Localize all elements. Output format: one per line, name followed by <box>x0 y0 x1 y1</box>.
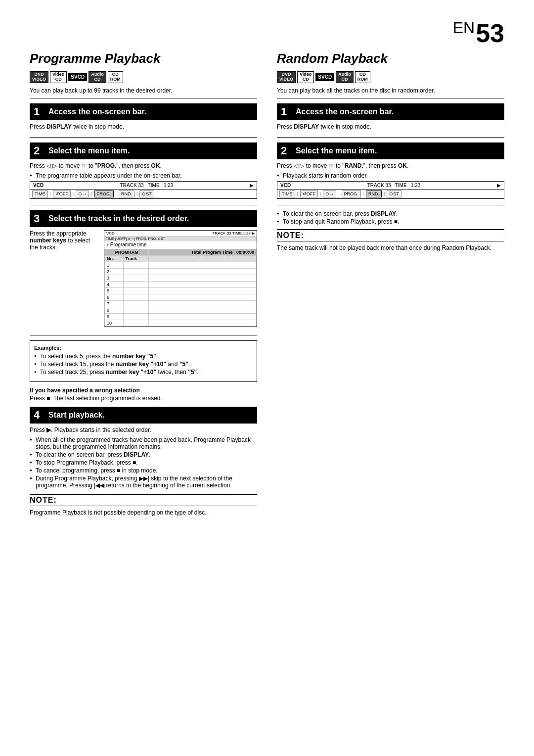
programme-note-title: NOTE: <box>30 494 257 506</box>
step-title-2: Select the menu item. <box>48 146 130 155</box>
random-step-1-header: 1 Access the on-screen bar. <box>277 103 504 120</box>
badge-svcd-r: SVCD <box>315 73 334 81</box>
random-after-bullet-1: To clear the on-screen bar, press DISPLA… <box>277 210 504 217</box>
random-after-bullets: To clear the on-screen bar, press DISPLA… <box>277 210 504 225</box>
random-vcd-rnd-btn: RND. <box>366 190 382 197</box>
step-3-text: Press the appropriate number keys to sel… <box>30 230 99 327</box>
programme-vcd-display: VCD TRACK 33 TIME 1:23 ▶ TIME | ↺OFF | ⊙… <box>30 181 257 199</box>
random-vcd-label: VCD <box>280 183 291 188</box>
random-playback-section: Random Playback DVDVIDEO VideoCD SVCD Au… <box>277 51 504 516</box>
random-vcd-st-btn: ⊙ST <box>387 190 401 197</box>
step-4-bullet-3: To stop Programme Playback, press ■. <box>30 459 257 466</box>
vcd-mini-top: VCD TRACK 33 TIME 1:23 ▶ <box>104 231 257 236</box>
random-playback-title: Random Playback <box>277 51 504 66</box>
wrong-selection-text: Press ■. The last selection programmed i… <box>30 395 257 402</box>
random-step-title-2: Select the menu item. <box>296 146 377 155</box>
step-3-layout: Press the appropriate number keys to sel… <box>30 230 257 327</box>
step-4-bullet-2: To clear the on-screen bar, press DISPLA… <box>30 451 257 458</box>
step-title-3: Select the tracks in the desired order. <box>48 214 189 223</box>
random-step-2: 2 Select the menu item. Press ◁ ▷ to mov… <box>277 142 504 205</box>
page-number: EN53 <box>30 20 504 46</box>
step-number-4: 4 <box>34 409 44 422</box>
example-1: To select track 5, press the number key … <box>34 353 253 360</box>
random-format-badges: DVDVIDEO VideoCD SVCD AudioCD CDROM <box>277 71 504 83</box>
programme-playback-section: Programme Playback DVDVIDEO VideoCD SVCD… <box>30 51 257 516</box>
vcd-off-btn: ↺OFF <box>53 190 71 197</box>
badge-audio-cd-r: AudioCD <box>336 71 354 83</box>
random-vcd-time-btn: TIME <box>279 190 295 197</box>
random-step-title-1: Access the on-screen bar. <box>296 107 394 116</box>
programme-step-2: 2 Select the menu item. Press ◁ ▷ to mov… <box>30 142 257 205</box>
programme-table: PROGRAM Total Program Time 00:00:00 No. … <box>104 249 257 327</box>
random-vcd-arrow-btn: ⊙→ <box>323 190 336 197</box>
badge-cd-rom-r: CDROM <box>355 71 370 83</box>
random-step-2-instruction: Press ◁ ▷ to move ☞ to "RAND.", then pre… <box>277 162 504 169</box>
programme-note-text: Programme Playback is not possible depen… <box>30 509 257 516</box>
badge-dvd-video-r: DVDVIDEO <box>277 71 296 83</box>
step-3-image: VCD TRACK 33 TIME 1:23 ▶ TIME |↺OFF| ⊙→|… <box>104 230 257 327</box>
step-4-bullets: When all of the programmed tracks have b… <box>30 436 257 489</box>
vcd-prog-btn: PROG. <box>94 190 114 197</box>
random-vcd-prog-btn: PROG. <box>342 190 361 197</box>
step-2-instruction: Press ◁ ▷ to move ☞ to "PROG.", then pre… <box>30 162 257 169</box>
step-number-3: 3 <box>34 212 44 225</box>
step-4-instruction: Press ▶. Playback starts in the selected… <box>30 426 257 433</box>
random-vcd-display: VCD TRACK 33 TIME 1:23 ▶ TIME | ↺OFF | ⊙… <box>277 181 504 199</box>
vcd-st-btn: ⊙ST <box>139 190 154 197</box>
random-vcd-track-info: TRACK 33 TIME 1:23 <box>367 183 421 188</box>
en-label: EN <box>453 19 475 37</box>
example-2: To select track 15, press the number key… <box>34 361 253 368</box>
programme-intro: You can play back up to 99 tracks in the… <box>30 87 257 98</box>
step-number-1: 1 <box>34 105 44 118</box>
random-note-title: NOTE: <box>277 229 504 241</box>
programme-step-4: 4 Start playback. Press ▶. Playback star… <box>30 407 257 489</box>
vcd-label: VCD <box>33 183 44 188</box>
random-note-text: The same track will not be played back m… <box>277 244 504 251</box>
vcd-track-info: TRACK 33 TIME 1:23 <box>120 183 174 188</box>
programme-note: NOTE: Programme Playback is not possible… <box>30 494 257 516</box>
badge-video-cd-r: VideoCD <box>297 71 314 83</box>
programme-playback-title: Programme Playback <box>30 51 257 66</box>
random-step-1-instruction: Press DISPLAY twice in stop mode. <box>277 123 504 130</box>
example-3: To select track 25, press number key "+1… <box>34 369 253 376</box>
step-2-bullet-1: The programme table appears under the on… <box>30 172 257 179</box>
vcd-rnd-btn: RND. <box>119 190 134 197</box>
step-2-bullets: The programme table appears under the on… <box>30 172 257 179</box>
random-vcd-play-icon: ▶ <box>497 183 501 188</box>
random-step-number-1: 1 <box>281 105 291 118</box>
examples-list: To select track 5, press the number key … <box>34 353 253 376</box>
random-step-number-2: 2 <box>281 144 291 157</box>
step-title-4: Start playback. <box>48 411 105 420</box>
programme-format-badges: DVDVIDEO VideoCD SVCD AudioCD CDROM <box>30 71 257 83</box>
programme-step-3: 3 Select the tracks in the desired order… <box>30 210 257 335</box>
programme-step-2-header: 2 Select the menu item. <box>30 142 257 159</box>
random-intro: You can play back all the tracks on the … <box>277 87 504 98</box>
programme-step-1: 1 Access the on-screen bar. Press DISPLA… <box>30 103 257 138</box>
step-4-bullet-4: To cancel programming, press ■ in stop m… <box>30 467 257 474</box>
programme-step-1-header: 1 Access the on-screen bar. <box>30 103 257 120</box>
vcd-play-icon: ▶ <box>250 183 254 188</box>
random-step-1: 1 Access the on-screen bar. Press DISPLA… <box>277 103 504 138</box>
vcd-time-btn: TIME <box>32 190 48 197</box>
random-after-bullet-2: To stop and quit Random Playback, press … <box>277 218 504 225</box>
random-vcd-off-btn: ↺OFF <box>300 190 318 197</box>
badge-dvd-video: DVDVIDEO <box>30 71 48 83</box>
vcd-arrow-btn: ⊙→ <box>76 190 89 197</box>
badge-svcd: SVCD <box>68 73 87 81</box>
programme-step-3-header: 3 Select the tracks in the desired order… <box>30 210 257 227</box>
step-1-instruction: Press DISPLAY twice in stop mode. <box>30 123 257 130</box>
step-title-1: Access the on-screen bar. <box>48 107 146 116</box>
badge-audio-cd: AudioCD <box>89 71 106 83</box>
programme-time-arrow: ↓ Programme time <box>104 241 257 248</box>
step-number-2: 2 <box>34 144 44 157</box>
badge-video-cd: VideoCD <box>50 71 67 83</box>
vcd-mini-bottom: TIME |↺OFF| ⊙→| PROG. RND. ⊙ST <box>104 236 257 241</box>
random-step-2-header: 2 Select the menu item. <box>277 142 504 159</box>
step-4-bullet-5: During Programme Playback, pressing ▶▶| … <box>30 475 257 489</box>
programme-step-4-header: 4 Start playback. <box>30 407 257 424</box>
random-step-2-bullets: Playback starts in random order. <box>277 172 504 179</box>
wrong-selection-title: If you have specified a wrong selection <box>30 387 257 394</box>
random-note: NOTE: The same track will not be played … <box>277 229 504 251</box>
examples-box: Examples: To select track 5, press the n… <box>30 340 257 382</box>
wrong-selection: If you have specified a wrong selection … <box>30 387 257 402</box>
